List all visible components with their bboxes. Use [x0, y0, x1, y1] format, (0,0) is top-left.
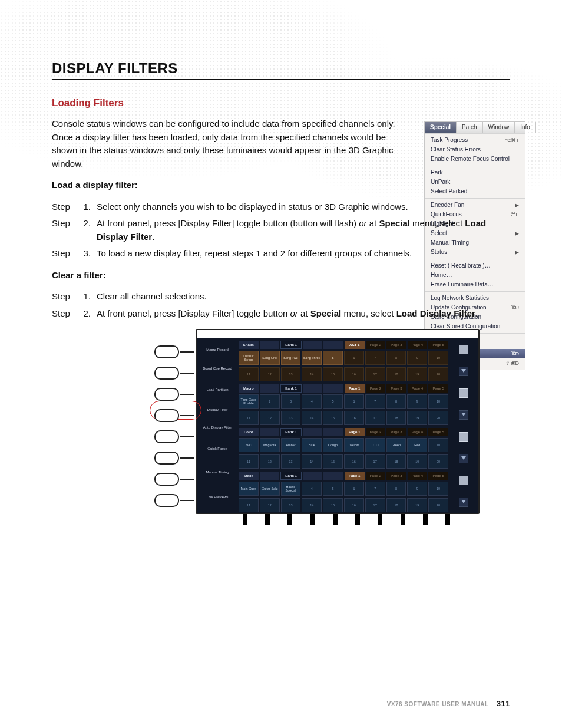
page-tab[interactable]: Page 3 [386, 472, 406, 480]
grid-cell[interactable]: 10 [428, 438, 448, 452]
down-arrow-icon[interactable] [459, 367, 468, 376]
grid-cell[interactable]: Blue [302, 438, 322, 452]
grid-cell[interactable]: 18 [386, 498, 406, 512]
grid-cell[interactable]: 20 [428, 411, 448, 425]
grid-cell[interactable]: 4 [302, 482, 322, 496]
panel-button[interactable] [154, 388, 179, 401]
grid-cell[interactable]: 10 [428, 351, 448, 365]
page-tab[interactable]: Page 2 [366, 428, 386, 436]
grid-cell[interactable]: 14 [302, 367, 322, 381]
page-tab[interactable]: Page 4 [408, 384, 428, 393]
grid-cell[interactable]: Congo [323, 438, 343, 452]
grid-cell[interactable]: Default Setup [239, 351, 259, 365]
grid-cell[interactable]: 17 [365, 454, 385, 469]
grid-cell[interactable]: 6 [344, 394, 364, 409]
grid-cell[interactable]: 15 [323, 498, 343, 512]
grid-cell[interactable]: 13 [281, 454, 301, 469]
page-tab[interactable]: Page 3 [386, 428, 406, 436]
grid-cell[interactable]: 9 [407, 482, 427, 496]
palette-square[interactable] [459, 432, 468, 442]
grid-cell[interactable]: 12 [260, 498, 280, 512]
grid-cell[interactable]: 13 [281, 367, 301, 381]
grid-cell[interactable]: 13 [281, 411, 301, 425]
page-tab[interactable]: Page 1 [345, 384, 365, 393]
grid-cell[interactable]: Song One [260, 351, 280, 365]
grid-cell[interactable]: N/C [239, 438, 259, 452]
grid-cell[interactable]: 16 [344, 411, 364, 425]
grid-cell[interactable]: Song Two [281, 351, 301, 365]
grid-cell[interactable]: 8 [386, 351, 406, 365]
grid-cell[interactable]: Time Code Enable [239, 394, 259, 409]
palette-square[interactable] [459, 388, 468, 398]
grid-cell[interactable]: 6 [344, 351, 364, 365]
grid-cell[interactable]: 7 [365, 394, 385, 409]
grid-cell[interactable]: 20 [428, 498, 448, 512]
grid-cell[interactable]: 19 [407, 411, 427, 425]
grid-cell[interactable]: 9 [407, 351, 427, 365]
grid-cell[interactable]: 9 [407, 394, 427, 409]
grid-cell[interactable]: Song Three [302, 351, 322, 365]
grid-cell[interactable]: 12 [260, 454, 280, 469]
page-tab[interactable]: Page 5 [428, 341, 448, 349]
grid-cell[interactable]: 20 [428, 454, 448, 469]
page-tab[interactable]: Page 4 [408, 472, 428, 480]
down-arrow-icon[interactable] [459, 498, 468, 507]
palette-square[interactable] [459, 345, 468, 354]
panel-button[interactable] [154, 473, 179, 486]
grid-cell[interactable]: 5 [323, 482, 343, 496]
grid-cell[interactable]: 16 [344, 454, 364, 469]
down-arrow-icon[interactable] [459, 410, 468, 420]
grid-cell[interactable]: 15 [323, 454, 343, 469]
grid-cell[interactable]: 20 [428, 367, 448, 381]
grid-cell[interactable]: 3 [281, 394, 301, 409]
grid-cell[interactable]: 17 [365, 498, 385, 512]
grid-cell[interactable]: 16 [344, 498, 364, 512]
page-tab[interactable]: Page 1 [345, 428, 365, 436]
grid-cell[interactable]: 15 [323, 411, 343, 425]
grid-cell[interactable]: 8 [386, 482, 406, 496]
panel-button[interactable] [154, 409, 179, 422]
grid-cell[interactable]: 7 [365, 482, 385, 496]
page-tab[interactable]: ACT 1 [345, 341, 365, 349]
grid-cell[interactable]: 17 [365, 411, 385, 425]
page-tab[interactable]: Page 3 [386, 341, 406, 349]
grid-cell[interactable]: 5 [323, 394, 343, 409]
page-tab[interactable]: Page 4 [408, 428, 428, 436]
grid-cell[interactable]: 14 [302, 411, 322, 425]
grid-cell[interactable]: 12 [260, 367, 280, 381]
grid-cell[interactable]: 10 [428, 394, 448, 409]
grid-cell[interactable]: Main Cues [239, 482, 259, 496]
grid-cell[interactable]: 8 [386, 394, 406, 409]
page-tab[interactable]: Page 4 [408, 341, 428, 349]
grid-cell[interactable]: Amber [281, 438, 301, 452]
grid-cell[interactable]: 11 [239, 411, 259, 425]
page-tab[interactable]: Page 3 [386, 384, 406, 393]
grid-cell[interactable]: 2 [260, 394, 280, 409]
grid-cell[interactable]: 11 [239, 454, 259, 469]
grid-cell[interactable]: 11 [239, 498, 259, 512]
grid-cell[interactable]: 18 [386, 454, 406, 469]
grid-cell[interactable]: Green [386, 438, 406, 452]
page-tab[interactable]: Page 2 [366, 341, 386, 349]
grid-cell[interactable]: 19 [407, 367, 427, 381]
grid-cell[interactable]: 13 [281, 498, 301, 512]
grid-cell[interactable]: 4 [302, 394, 322, 409]
panel-button[interactable] [154, 452, 179, 465]
page-tab[interactable]: Page 2 [366, 384, 386, 393]
grid-cell[interactable]: 5 [323, 351, 343, 365]
grid-cell[interactable]: 14 [302, 498, 322, 512]
grid-cell[interactable]: 18 [386, 367, 406, 381]
grid-cell[interactable]: Red [407, 438, 427, 452]
grid-cell[interactable]: 10 [428, 482, 448, 496]
grid-cell[interactable]: 7 [365, 351, 385, 365]
page-tab[interactable]: Page 2 [366, 472, 386, 480]
grid-cell[interactable]: 11 [239, 367, 259, 381]
grid-cell[interactable]: 6 [344, 482, 364, 496]
page-tab[interactable]: Page 1 [345, 472, 365, 480]
grid-cell[interactable]: 14 [302, 454, 322, 469]
grid-cell[interactable]: 16 [344, 367, 364, 381]
panel-button[interactable] [154, 494, 179, 507]
grid-cell[interactable]: 12 [260, 411, 280, 425]
panel-button[interactable] [154, 430, 179, 443]
page-tab[interactable]: Page 5 [428, 428, 448, 436]
